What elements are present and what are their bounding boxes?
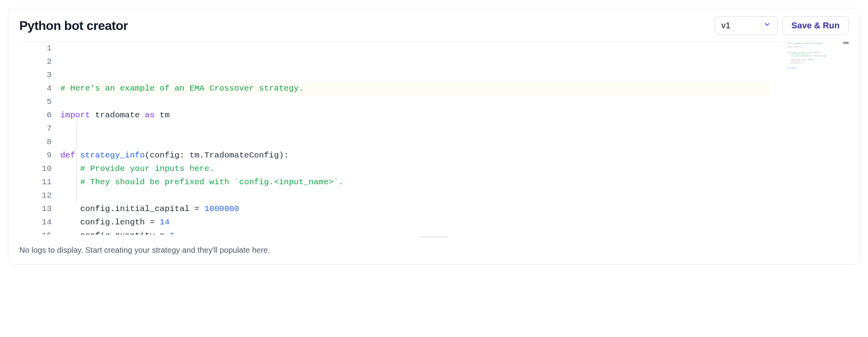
line-number: 8 xyxy=(31,135,52,149)
code-line[interactable] xyxy=(60,135,849,149)
line-number: 3 xyxy=(31,69,52,82)
code-line[interactable]: config.initial_capital = 1000000 xyxy=(60,202,849,216)
save-run-button[interactable]: Save & Run xyxy=(782,16,849,35)
code-area[interactable]: # Here's an example of an EMA Crossover … xyxy=(59,42,849,235)
line-number: 14 xyxy=(31,216,52,229)
code-line[interactable]: def strategy_info(config: tm.TradomateCo… xyxy=(60,149,849,162)
header-actions: v1 Save & Run xyxy=(715,16,849,35)
code-line[interactable]: config.length = 14 xyxy=(60,216,849,229)
line-number: 12 xyxy=(31,189,52,202)
line-number: 9 xyxy=(31,149,52,162)
line-number: 7 xyxy=(31,122,52,135)
line-number: 2 xyxy=(31,55,52,69)
code-line[interactable]: # Here's an example of an EMA Crossover … xyxy=(60,82,770,95)
code-line[interactable] xyxy=(60,122,849,135)
code-line[interactable]: # They should be prefixed with `config.<… xyxy=(60,176,849,189)
line-number: 10 xyxy=(31,162,52,176)
line-number: 5 xyxy=(31,95,52,109)
code-line[interactable]: # Provide your inputs here. xyxy=(60,162,849,176)
minimap-scroll-indicator[interactable] xyxy=(843,42,849,44)
version-dropdown[interactable]: v1 xyxy=(715,16,778,35)
logs-empty-message: No logs to display. Start creating your … xyxy=(19,246,270,254)
logs-panel: No logs to display. Start creating your … xyxy=(19,242,849,255)
resize-grip-icon xyxy=(420,236,448,238)
minimap[interactable]: # Here's an example of an EMA Crossover … xyxy=(787,43,846,90)
line-number-gutter: 123456789101112131415 xyxy=(19,42,59,235)
code-line[interactable]: import tradomate as tm xyxy=(60,109,849,122)
line-number: 15 xyxy=(31,229,52,235)
version-selected-label: v1 xyxy=(721,20,730,31)
code-line[interactable] xyxy=(60,95,849,109)
line-number: 13 xyxy=(31,202,52,216)
line-number: 6 xyxy=(31,109,52,122)
panel-header: Python bot creator v1 Save & Run xyxy=(19,16,849,35)
line-number: 11 xyxy=(31,176,52,189)
code-line[interactable] xyxy=(60,189,849,202)
line-number: 4 xyxy=(31,82,52,95)
indent-guide xyxy=(76,122,76,202)
chevron-down-icon xyxy=(763,20,771,31)
bot-creator-panel: Python bot creator v1 Save & Run 1234567… xyxy=(8,8,860,265)
code-editor[interactable]: 123456789101112131415 # Here's an exampl… xyxy=(19,41,849,242)
editor-resize-handle[interactable] xyxy=(19,235,849,242)
page-title: Python bot creator xyxy=(19,19,128,33)
line-number: 1 xyxy=(31,42,52,55)
code-line[interactable]: config.quantity = 1 xyxy=(60,229,849,235)
